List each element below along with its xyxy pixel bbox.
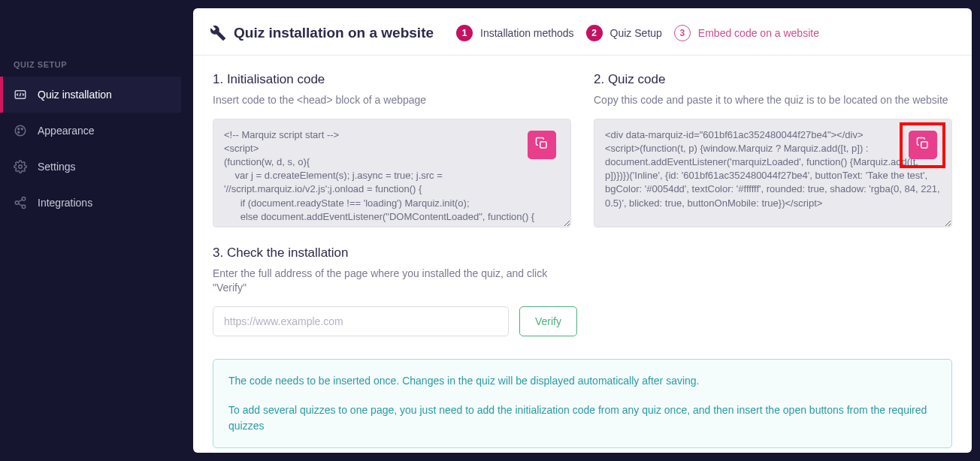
main: Quiz installation on a website 1 Install… (181, 0, 980, 461)
svg-point-4 (18, 131, 20, 133)
share-icon (14, 196, 27, 209)
sidebar-item-settings[interactable]: Settings (0, 149, 181, 185)
sidebar-item-label: Appearance (38, 125, 95, 137)
sidebar-item-label: Settings (38, 161, 76, 173)
quiz-section: 2. Quiz code Copy this code and paste it… (594, 72, 952, 230)
svg-point-1 (15, 125, 26, 136)
svg-point-6 (22, 197, 26, 201)
svg-rect-9 (540, 142, 546, 148)
svg-point-5 (19, 165, 23, 169)
wrench-icon (210, 25, 226, 41)
info-text: To add several quizzes to one page, you … (228, 402, 936, 434)
breadcrumb-step-3[interactable]: 3 Embed code on a website (674, 25, 819, 41)
step-label: Quiz Setup (610, 27, 662, 39)
sidebar-item-integrations[interactable]: Integrations (0, 185, 181, 221)
card-body: 1. Initialisation code Insert code to th… (193, 56, 972, 453)
section-title: 1. Initialisation code (213, 72, 571, 87)
sidebar-item-quiz-installation[interactable]: Quiz installation (0, 77, 181, 113)
copy-icon (916, 137, 930, 152)
gear-icon (14, 160, 27, 173)
svg-rect-10 (921, 142, 927, 148)
verify-button[interactable]: Verify (519, 306, 577, 336)
sidebar-item-label: Integrations (38, 197, 92, 209)
svg-point-3 (21, 128, 23, 130)
card-header: Quiz installation on a website 1 Install… (193, 8, 972, 56)
svg-point-2 (18, 128, 20, 130)
init-section: 1. Initialisation code Insert code to th… (213, 72, 571, 230)
code-icon (14, 88, 27, 101)
copy-quiz-button[interactable] (909, 131, 937, 159)
info-box: The code needs to be inserted once. Chan… (213, 359, 952, 448)
quiz-code-textarea[interactable] (594, 119, 952, 227)
step-number: 2 (586, 25, 603, 41)
check-section: 3. Check the installation Enter the full… (213, 246, 952, 336)
palette-icon (14, 124, 27, 137)
section-desc: Insert code to the <head> block of a web… (213, 93, 571, 108)
sidebar: QUIZ SETUP Quiz installation Appearance … (0, 0, 181, 461)
section-title: 2. Quiz code (594, 72, 952, 87)
sidebar-item-label: Quiz installation (38, 89, 112, 101)
section-desc: Enter the full address of the page where… (213, 267, 558, 296)
info-text: The code needs to be inserted once. Chan… (228, 373, 936, 389)
breadcrumb-step-1[interactable]: 1 Installation methods (456, 25, 574, 41)
copy-icon (535, 137, 549, 152)
page-title: Quiz installation on a website (234, 25, 434, 41)
sidebar-heading: QUIZ SETUP (0, 53, 181, 77)
url-input[interactable] (213, 306, 509, 336)
sidebar-item-appearance[interactable]: Appearance (0, 113, 181, 149)
copy-init-button[interactable] (528, 131, 556, 159)
init-code-textarea[interactable] (213, 119, 571, 227)
content-card: Quiz installation on a website 1 Install… (193, 8, 972, 453)
svg-point-8 (22, 205, 26, 209)
breadcrumb-step-2[interactable]: 2 Quiz Setup (586, 25, 662, 41)
step-label: Embed code on a website (698, 27, 819, 39)
section-title: 3. Check the installation (213, 246, 952, 261)
section-desc: Copy this code and paste it to where the… (594, 93, 952, 108)
step-number: 3 (674, 25, 691, 41)
svg-point-7 (15, 201, 19, 205)
step-label: Installation methods (480, 27, 574, 39)
step-number: 1 (456, 25, 473, 41)
